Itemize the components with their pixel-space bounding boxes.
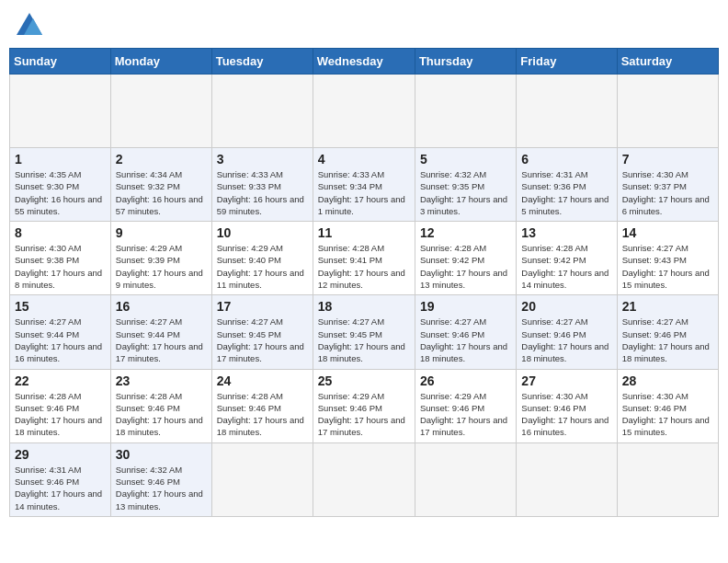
day-number: 15 bbox=[15, 299, 106, 314]
day-info: Sunrise: 4:27 AMSunset: 9:45 PMDaylight:… bbox=[318, 316, 410, 364]
day-number: 29 bbox=[15, 447, 106, 462]
day-of-week-header: Sunday bbox=[10, 49, 111, 75]
day-info: Sunrise: 4:31 AMSunset: 9:36 PMDaylight:… bbox=[521, 168, 611, 217]
calendar-day-cell: 7Sunrise: 4:30 AMSunset: 9:37 PMDaylight… bbox=[617, 148, 718, 222]
calendar-day-cell bbox=[415, 442, 516, 516]
day-number: 16 bbox=[116, 299, 207, 314]
day-number: 12 bbox=[420, 225, 511, 240]
calendar-day-cell: 5Sunrise: 4:32 AMSunset: 9:35 PMDaylight… bbox=[415, 148, 516, 222]
calendar-day-cell: 23Sunrise: 4:28 AMSunset: 9:46 PMDayligh… bbox=[110, 369, 211, 442]
calendar-week-row: 8Sunrise: 4:30 AMSunset: 9:38 PMDaylight… bbox=[10, 222, 719, 295]
calendar-day-cell: 1Sunrise: 4:35 AMSunset: 9:30 PMDaylight… bbox=[10, 148, 111, 222]
calendar-day-cell bbox=[313, 75, 415, 148]
calendar-day-cell: 21Sunrise: 4:27 AMSunset: 9:46 PMDayligh… bbox=[617, 295, 718, 369]
day-of-week-header: Thursday bbox=[415, 49, 516, 75]
day-info: Sunrise: 4:31 AMSunset: 9:46 PMDaylight:… bbox=[15, 464, 106, 512]
calendar-day-cell: 25Sunrise: 4:29 AMSunset: 9:46 PMDayligh… bbox=[313, 369, 415, 442]
day-info: Sunrise: 4:30 AMSunset: 9:46 PMDaylight:… bbox=[521, 390, 611, 439]
calendar-day-cell bbox=[517, 75, 617, 148]
day-number: 11 bbox=[318, 225, 410, 240]
calendar-week-row bbox=[10, 75, 719, 148]
day-of-week-header: Monday bbox=[110, 49, 211, 75]
day-info: Sunrise: 4:27 AMSunset: 9:45 PMDaylight:… bbox=[217, 316, 308, 364]
calendar-day-cell: 20Sunrise: 4:27 AMSunset: 9:46 PMDayligh… bbox=[517, 295, 617, 369]
day-number: 23 bbox=[116, 373, 207, 388]
day-info: Sunrise: 4:28 AMSunset: 9:41 PMDaylight:… bbox=[318, 242, 410, 291]
day-number: 2 bbox=[116, 152, 207, 167]
calendar-day-cell: 13Sunrise: 4:28 AMSunset: 9:42 PMDayligh… bbox=[517, 222, 617, 295]
day-number: 13 bbox=[521, 225, 611, 240]
calendar-day-cell bbox=[313, 442, 415, 516]
calendar-day-cell: 6Sunrise: 4:31 AMSunset: 9:36 PMDaylight… bbox=[517, 148, 617, 222]
calendar-day-cell bbox=[617, 442, 718, 516]
day-info: Sunrise: 4:34 AMSunset: 9:32 PMDaylight:… bbox=[116, 168, 207, 217]
day-number: 10 bbox=[217, 225, 308, 240]
calendar-header-row: SundayMondayTuesdayWednesdayThursdayFrid… bbox=[10, 49, 719, 75]
calendar-day-cell: 12Sunrise: 4:28 AMSunset: 9:42 PMDayligh… bbox=[415, 222, 516, 295]
calendar-week-row: 22Sunrise: 4:28 AMSunset: 9:46 PMDayligh… bbox=[10, 369, 719, 442]
calendar-day-cell bbox=[10, 75, 111, 148]
calendar-week-row: 15Sunrise: 4:27 AMSunset: 9:44 PMDayligh… bbox=[10, 295, 719, 369]
day-number: 21 bbox=[622, 299, 713, 314]
day-number: 17 bbox=[217, 299, 308, 314]
calendar-day-cell bbox=[617, 75, 718, 148]
calendar-day-cell: 17Sunrise: 4:27 AMSunset: 9:45 PMDayligh… bbox=[211, 295, 313, 369]
day-info: Sunrise: 4:28 AMSunset: 9:46 PMDaylight:… bbox=[15, 390, 106, 439]
calendar-day-cell bbox=[110, 75, 211, 148]
day-info: Sunrise: 4:32 AMSunset: 9:35 PMDaylight:… bbox=[420, 168, 511, 217]
day-number: 1 bbox=[15, 152, 106, 167]
calendar-day-cell: 4Sunrise: 4:33 AMSunset: 9:34 PMDaylight… bbox=[313, 148, 415, 222]
day-info: Sunrise: 4:29 AMSunset: 9:46 PMDaylight:… bbox=[318, 390, 410, 439]
day-of-week-header: Tuesday bbox=[211, 49, 313, 75]
calendar-day-cell: 27Sunrise: 4:30 AMSunset: 9:46 PMDayligh… bbox=[517, 369, 617, 442]
day-number: 19 bbox=[420, 299, 511, 314]
day-number: 28 bbox=[622, 373, 713, 388]
logo bbox=[13, 9, 51, 42]
day-number: 24 bbox=[217, 373, 308, 388]
day-number: 26 bbox=[420, 373, 511, 388]
calendar-week-row: 1Sunrise: 4:35 AMSunset: 9:30 PMDaylight… bbox=[10, 148, 719, 222]
day-number: 20 bbox=[521, 299, 611, 314]
day-info: Sunrise: 4:35 AMSunset: 9:30 PMDaylight:… bbox=[15, 168, 106, 217]
day-info: Sunrise: 4:33 AMSunset: 9:33 PMDaylight:… bbox=[217, 168, 308, 217]
day-of-week-header: Saturday bbox=[617, 49, 718, 75]
calendar-day-cell: 30Sunrise: 4:32 AMSunset: 9:46 PMDayligh… bbox=[110, 442, 211, 516]
calendar-day-cell bbox=[517, 442, 617, 516]
calendar-day-cell: 24Sunrise: 4:28 AMSunset: 9:46 PMDayligh… bbox=[211, 369, 313, 442]
day-info: Sunrise: 4:33 AMSunset: 9:34 PMDaylight:… bbox=[318, 168, 410, 217]
day-number: 25 bbox=[318, 373, 410, 388]
day-info: Sunrise: 4:28 AMSunset: 9:42 PMDaylight:… bbox=[420, 242, 511, 291]
day-number: 8 bbox=[15, 225, 106, 240]
day-info: Sunrise: 4:29 AMSunset: 9:40 PMDaylight:… bbox=[217, 242, 308, 291]
day-number: 9 bbox=[116, 225, 207, 240]
page-header bbox=[9, 9, 719, 42]
day-number: 5 bbox=[420, 152, 511, 167]
day-number: 27 bbox=[521, 373, 611, 388]
day-info: Sunrise: 4:28 AMSunset: 9:46 PMDaylight:… bbox=[116, 390, 207, 439]
day-info: Sunrise: 4:27 AMSunset: 9:44 PMDaylight:… bbox=[116, 316, 207, 364]
calendar-day-cell: 22Sunrise: 4:28 AMSunset: 9:46 PMDayligh… bbox=[10, 369, 111, 442]
calendar-day-cell: 11Sunrise: 4:28 AMSunset: 9:41 PMDayligh… bbox=[313, 222, 415, 295]
calendar-day-cell: 29Sunrise: 4:31 AMSunset: 9:46 PMDayligh… bbox=[10, 442, 111, 516]
day-info: Sunrise: 4:28 AMSunset: 9:42 PMDaylight:… bbox=[521, 242, 611, 291]
day-of-week-header: Wednesday bbox=[313, 49, 415, 75]
calendar-day-cell: 8Sunrise: 4:30 AMSunset: 9:38 PMDaylight… bbox=[10, 222, 111, 295]
calendar-day-cell: 15Sunrise: 4:27 AMSunset: 9:44 PMDayligh… bbox=[10, 295, 111, 369]
day-info: Sunrise: 4:27 AMSunset: 9:46 PMDaylight:… bbox=[622, 316, 713, 364]
calendar-day-cell: 16Sunrise: 4:27 AMSunset: 9:44 PMDayligh… bbox=[110, 295, 211, 369]
day-number: 22 bbox=[15, 373, 106, 388]
calendar-day-cell: 26Sunrise: 4:29 AMSunset: 9:46 PMDayligh… bbox=[415, 369, 516, 442]
calendar-day-cell: 2Sunrise: 4:34 AMSunset: 9:32 PMDaylight… bbox=[110, 148, 211, 222]
calendar-day-cell: 14Sunrise: 4:27 AMSunset: 9:43 PMDayligh… bbox=[617, 222, 718, 295]
day-number: 30 bbox=[116, 447, 207, 462]
calendar-week-row: 29Sunrise: 4:31 AMSunset: 9:46 PMDayligh… bbox=[10, 442, 719, 516]
calendar-day-cell bbox=[211, 442, 313, 516]
day-info: Sunrise: 4:30 AMSunset: 9:38 PMDaylight:… bbox=[15, 242, 106, 291]
day-info: Sunrise: 4:30 AMSunset: 9:46 PMDaylight:… bbox=[622, 390, 713, 439]
logo-icon bbox=[13, 9, 46, 42]
day-info: Sunrise: 4:28 AMSunset: 9:46 PMDaylight:… bbox=[217, 390, 308, 439]
day-info: Sunrise: 4:32 AMSunset: 9:46 PMDaylight:… bbox=[116, 464, 207, 512]
day-info: Sunrise: 4:30 AMSunset: 9:37 PMDaylight:… bbox=[622, 168, 713, 217]
day-info: Sunrise: 4:29 AMSunset: 9:46 PMDaylight:… bbox=[420, 390, 511, 439]
calendar-day-cell: 18Sunrise: 4:27 AMSunset: 9:45 PMDayligh… bbox=[313, 295, 415, 369]
